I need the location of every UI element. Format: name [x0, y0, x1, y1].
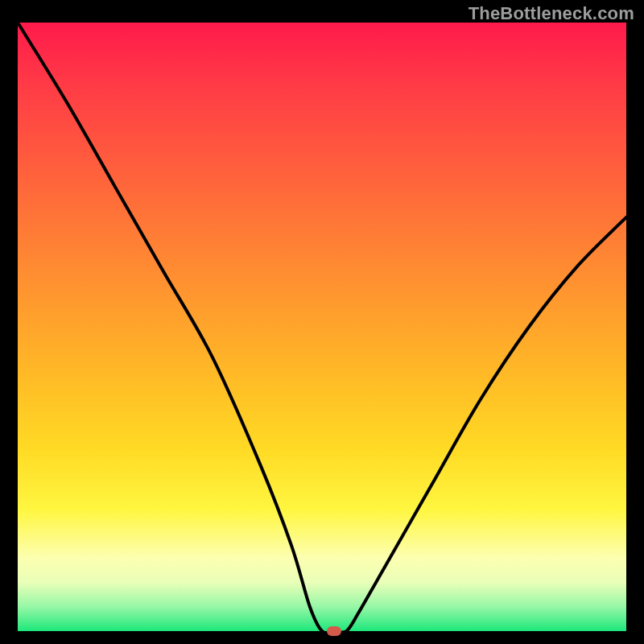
- watermark-label: TheBottleneck.com: [469, 3, 634, 24]
- plot-area: [18, 23, 626, 631]
- bottleneck-curve: [18, 23, 626, 633]
- curve-svg: [18, 23, 626, 631]
- optimal-marker: [327, 626, 341, 636]
- chart-frame: TheBottleneck.com: [0, 0, 644, 644]
